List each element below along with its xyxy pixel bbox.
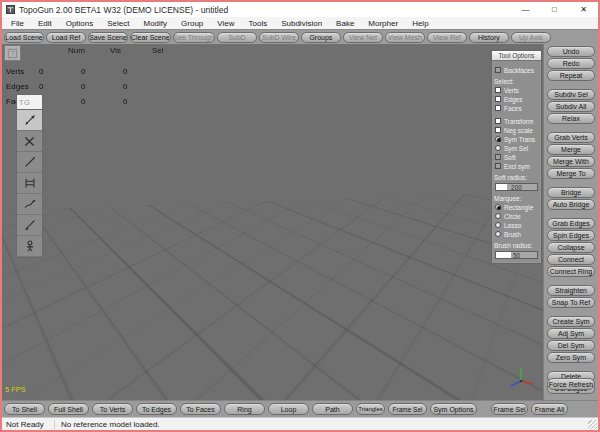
tweak-tool-button[interactable] <box>17 110 42 131</box>
ring-button[interactable]: Ring <box>224 403 265 415</box>
snap-to-ref-button[interactable]: Snap To Ref <box>547 297 595 308</box>
symmetry-tool-button[interactable] <box>17 236 42 257</box>
brush-tool-button[interactable] <box>17 194 42 215</box>
minimize-button[interactable]: — <box>511 2 540 17</box>
frame-all-button[interactable]: Frame All <box>531 403 568 415</box>
excl-sym-label: Excl sym <box>504 163 530 170</box>
sym-sel-radio[interactable] <box>495 145 501 151</box>
subd-wire-button[interactable]: SubD Wire <box>259 32 299 43</box>
transform-label: Transform <box>504 118 533 125</box>
repeat-button[interactable]: Repeat <box>547 70 595 81</box>
maximize-button[interactable]: □ <box>540 2 569 17</box>
menu-item-bake[interactable]: Bake <box>329 19 361 28</box>
del-sym-button[interactable]: Del Sym <box>547 340 595 351</box>
topogun-logo-icon[interactable] <box>4 45 21 61</box>
menu-item-group[interactable]: Group <box>174 19 210 28</box>
view-ref-button[interactable]: View Ref <box>427 32 467 43</box>
select-edges-checkbox[interactable] <box>495 96 501 102</box>
view-net-button[interactable]: View Net <box>343 32 383 43</box>
triangles-button[interactable]: Triangles <box>356 403 385 415</box>
zero-sym-button[interactable]: Zero Sym <box>547 352 595 363</box>
menu-item-subdivision[interactable]: Subdivision <box>274 19 329 28</box>
relax-button[interactable]: Relax <box>547 113 595 124</box>
cut-tool-button[interactable] <box>17 131 42 152</box>
up-axis-button[interactable]: Up Axis <box>511 32 551 43</box>
grab-edges-button[interactable]: Grab Edges <box>547 218 595 229</box>
undo-button[interactable]: Undo <box>547 46 595 57</box>
view-mesh-button[interactable]: View Mesh <box>385 32 425 43</box>
load-ref-button[interactable]: Load Ref <box>46 32 86 43</box>
bridge-tool-button[interactable] <box>17 173 42 194</box>
transform-checkbox[interactable] <box>495 118 501 124</box>
stats-col-sel: Sel <box>152 46 192 55</box>
see-through-button[interactable]: See Through <box>173 32 215 43</box>
subdiv-all-button[interactable]: Subdiv All <box>547 101 595 112</box>
backfaces-checkbox[interactable] <box>495 67 501 73</box>
menu-item-edit[interactable]: Edit <box>31 19 59 28</box>
merge-button[interactable]: Merge <box>547 144 595 155</box>
resize-grip[interactable] <box>588 420 597 429</box>
to-shell-button[interactable]: To Shell <box>4 403 45 415</box>
frame-sel-button-2[interactable]: Frame Sel <box>491 403 528 415</box>
menu-item-tools[interactable]: Tools <box>242 19 275 28</box>
load-scene-button[interactable]: Load Scene <box>4 32 44 43</box>
auto-bridge-button[interactable]: Auto Bridge <box>547 199 595 210</box>
excl-sym-checkbox[interactable] <box>495 163 501 169</box>
create-sym-button[interactable]: Create Sym <box>547 316 595 327</box>
menu-item-morpher[interactable]: Morpher <box>361 19 405 28</box>
groups-button[interactable]: Groups <box>301 32 341 43</box>
to-verts-button[interactable]: To Verts <box>92 403 133 415</box>
merge-to-button[interactable]: Merge To <box>547 168 595 179</box>
path-button[interactable]: Path <box>312 403 353 415</box>
connect-ring-button[interactable]: Connect Ring <box>547 266 595 277</box>
loop-button[interactable]: Loop <box>268 403 309 415</box>
grab-verts-button[interactable]: Grab Verts <box>547 132 595 143</box>
straighten-button[interactable]: Straighten <box>547 285 595 296</box>
bridge-button[interactable]: Bridge <box>547 187 595 198</box>
subdiv-sel-button[interactable]: Subdiv Sel <box>547 89 595 100</box>
close-button[interactable]: ✕ <box>569 2 598 17</box>
clear-scene-button[interactable]: Clear Scene <box>130 32 171 43</box>
merge-with-button[interactable]: Merge With <box>547 156 595 167</box>
frame-sel-button[interactable]: Frame Sel <box>388 403 427 415</box>
select-faces-checkbox[interactable] <box>495 105 501 111</box>
soft-radius-slider[interactable]: 200 <box>495 183 538 191</box>
menu-item-view[interactable]: View <box>210 19 241 28</box>
menu-item-help[interactable]: Help <box>405 19 435 28</box>
to-edges-button[interactable]: To Edges <box>136 403 177 415</box>
force-refresh-button[interactable]: Force Refresh <box>547 378 595 390</box>
full-shell-button[interactable]: Full Shell <box>48 403 89 415</box>
redo-button[interactable]: Redo <box>547 58 595 69</box>
menu-item-modify[interactable]: Modify <box>137 19 175 28</box>
spin-edges-button[interactable]: Spin Edges <box>547 230 595 241</box>
soft-checkbox[interactable] <box>495 154 501 160</box>
select-verts-checkbox[interactable] <box>495 87 501 93</box>
neg-scale-checkbox[interactable] <box>495 127 501 133</box>
draw-tool-button[interactable] <box>17 152 42 173</box>
sym-trans-radio[interactable] <box>495 136 501 142</box>
menu-item-file[interactable]: File <box>4 19 31 28</box>
to-faces-button[interactable]: To Faces <box>180 403 221 415</box>
tool-options-title[interactable]: Tool Options <box>492 51 541 61</box>
marquee-circle-radio[interactable] <box>495 213 501 219</box>
menu-item-select[interactable]: Select <box>100 19 136 28</box>
collapse-button[interactable]: Collapse <box>547 242 595 253</box>
sym-options-button[interactable]: Sym Options <box>430 403 477 415</box>
stats-col-num: Num <box>68 46 110 55</box>
connect-button[interactable]: Connect <box>547 254 595 265</box>
adj-sym-button[interactable]: Adj Sym <box>547 328 595 339</box>
marquee-rectangle-radio[interactable] <box>495 204 501 210</box>
brush-radius-slider[interactable]: 50 <box>495 251 538 259</box>
knife-tool-button[interactable] <box>17 215 42 236</box>
subd-button[interactable]: SubD <box>217 32 257 43</box>
history-button[interactable]: History <box>469 32 509 43</box>
soft-label: Soft <box>504 154 516 161</box>
marquee-brush-radio[interactable] <box>495 231 501 237</box>
save-scene-button[interactable]: Save Scene <box>88 32 128 43</box>
palette-header[interactable]: TG <box>17 95 42 110</box>
status-divider <box>54 420 55 429</box>
edges-sel-value: 0 <box>123 82 163 91</box>
marquee-lasso-radio[interactable] <box>495 222 501 228</box>
viewport-3d[interactable]: Num Vis Sel Verts 0 0 0 Edges 0 0 0 Face… <box>2 44 543 400</box>
menu-item-options[interactable]: Options <box>59 19 101 28</box>
